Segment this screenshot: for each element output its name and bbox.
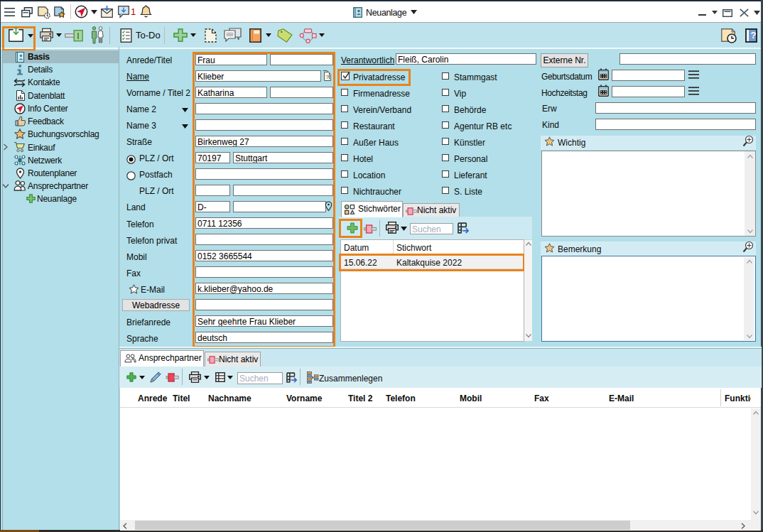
svg-text:?: ? bbox=[326, 74, 330, 80]
